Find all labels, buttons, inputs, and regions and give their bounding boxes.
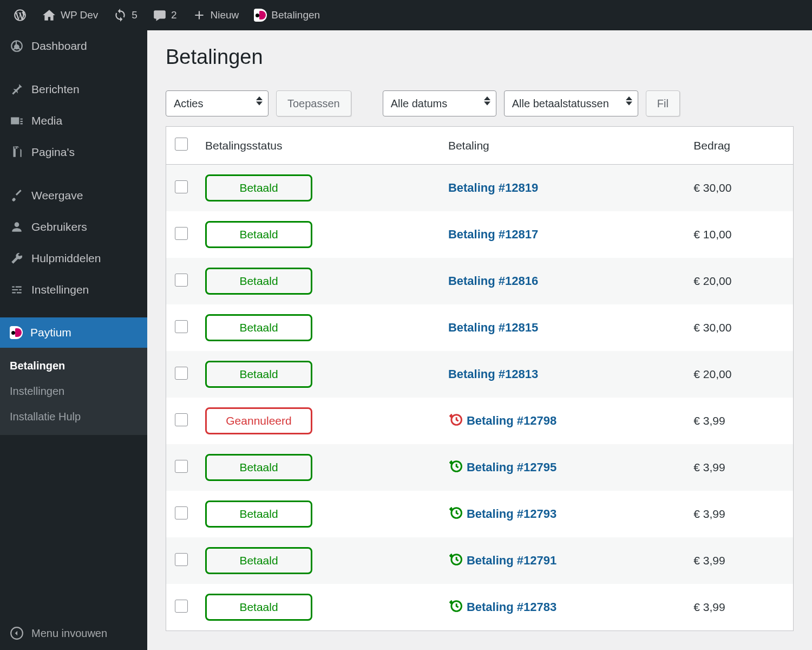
payments-bar-label: Betalingen: [271, 9, 320, 21]
admin-sidebar: Dashboard Berichten Media Pagina's Weerg…: [0, 30, 147, 650]
status-badge: Geannuleerd: [205, 407, 312, 434]
menu-media[interactable]: Media: [0, 105, 147, 136]
row-checkbox[interactable]: [175, 413, 188, 426]
amount-cell: € 10,00: [685, 211, 793, 258]
recurring-icon: [448, 599, 463, 616]
row-checkbox[interactable]: [175, 227, 188, 240]
submenu-setup[interactable]: Installatie Hulp: [0, 404, 147, 430]
amount-cell: € 30,00: [685, 304, 793, 351]
menu-users[interactable]: Gebruikers: [0, 211, 147, 243]
payment-link[interactable]: Betaling #12819: [448, 181, 538, 195]
table-row: BetaaldBetaling #12815€ 30,00: [166, 304, 794, 351]
col-status[interactable]: Betalingsstatus: [197, 127, 440, 165]
row-checkbox[interactable]: [175, 460, 188, 473]
pin-icon: [10, 82, 24, 96]
site-name: WP Dev: [61, 9, 98, 21]
menu-settings[interactable]: Instellingen: [0, 274, 147, 306]
status-badge: Betaald: [205, 547, 312, 574]
amount-cell: € 3,99: [685, 584, 793, 631]
payment-link[interactable]: Betaling #12817: [448, 227, 538, 242]
status-badge: Betaald: [205, 500, 312, 528]
submenu-payments[interactable]: Betalingen: [0, 353, 147, 379]
payment-link[interactable]: Betaling #12791: [467, 554, 556, 568]
site-home[interactable]: WP Dev: [35, 0, 106, 30]
comments[interactable]: 2: [145, 0, 185, 30]
comment-icon: [153, 8, 167, 22]
table-row: BetaaldBetaling #12819€ 30,00: [166, 165, 794, 212]
new-content[interactable]: Nieuw: [185, 0, 247, 30]
collapse-menu[interactable]: Menu invouwen: [0, 616, 147, 650]
row-checkbox[interactable]: [175, 180, 188, 193]
recurring-icon: [448, 505, 463, 523]
wp-logo[interactable]: [5, 0, 35, 30]
status-badge: Betaald: [205, 594, 312, 621]
ideal-icon: [10, 326, 23, 339]
table-row: BetaaldBetaling #12813€ 20,00: [166, 351, 794, 398]
payment-link[interactable]: Betaling #12813: [448, 367, 538, 381]
updates-count: 5: [132, 9, 137, 21]
new-label: Nieuw: [211, 9, 239, 21]
payment-link[interactable]: Betaling #12815: [448, 321, 538, 335]
table-row: BetaaldBetaling #12783€ 3,99: [166, 584, 794, 631]
status-badge: Betaald: [205, 361, 312, 388]
row-checkbox[interactable]: [175, 553, 188, 566]
recurring-icon: [448, 552, 463, 570]
row-checkbox[interactable]: [175, 600, 188, 613]
payments-table: Betalingsstatus Betaling Bedrag BetaaldB…: [166, 126, 794, 631]
apply-button[interactable]: Toepassen: [276, 90, 351, 116]
content-area: Betalingen Acties Toepassen Alle datums …: [147, 30, 812, 650]
comments-count: 2: [171, 9, 177, 21]
brush-icon: [10, 188, 24, 203]
collapse-icon: [10, 626, 24, 640]
payment-link[interactable]: Betaling #12793: [467, 507, 556, 521]
page-title: Betalingen: [166, 46, 794, 69]
amount-cell: € 20,00: [685, 351, 793, 398]
admin-bar: WP Dev 5 2 Nieuw Betalingen: [0, 0, 812, 30]
col-payment[interactable]: Betaling: [440, 127, 685, 165]
ideal-icon: [254, 9, 267, 22]
menu-tools[interactable]: Hulpmiddelen: [0, 243, 147, 274]
submenu-settings[interactable]: Instellingen: [0, 379, 147, 404]
refresh-icon: [113, 8, 127, 22]
table-row: BetaaldBetaling #12793€ 3,99: [166, 491, 794, 537]
col-amount[interactable]: Bedrag: [685, 127, 793, 165]
status-badge: Betaald: [205, 221, 312, 248]
menu-pages[interactable]: Pagina's: [0, 136, 147, 168]
payment-link[interactable]: Betaling #12816: [448, 274, 538, 288]
user-icon: [10, 220, 24, 234]
menu-paytium[interactable]: Paytium: [0, 317, 147, 348]
amount-cell: € 3,99: [685, 491, 793, 537]
payments-bar[interactable]: Betalingen: [246, 0, 328, 30]
select-all-checkbox[interactable]: [175, 138, 188, 151]
table-row: BetaaldBetaling #12795€ 3,99: [166, 444, 794, 491]
payment-link[interactable]: Betaling #12795: [467, 460, 556, 474]
table-row: BetaaldBetaling #12791€ 3,99: [166, 537, 794, 584]
date-filter-select[interactable]: Alle datums: [383, 90, 496, 116]
menu-dashboard[interactable]: Dashboard: [0, 30, 147, 62]
payment-link[interactable]: Betaling #12783: [467, 600, 556, 614]
payment-link[interactable]: Betaling #12798: [467, 414, 556, 428]
submenu-paytium: Betalingen Instellingen Installatie Hulp: [0, 348, 147, 435]
filter-button[interactable]: Fil: [646, 90, 680, 116]
row-checkbox[interactable]: [175, 506, 188, 519]
table-row: BetaaldBetaling #12817€ 10,00: [166, 211, 794, 258]
recurring-icon: [448, 459, 463, 477]
wordpress-icon: [13, 8, 27, 22]
table-row: BetaaldBetaling #12816€ 20,00: [166, 258, 794, 304]
status-badge: Betaald: [205, 454, 312, 481]
amount-cell: € 3,99: [685, 398, 793, 444]
status-filter-select[interactable]: Alle betaalstatussen: [504, 90, 638, 116]
menu-posts[interactable]: Berichten: [0, 74, 147, 105]
menu-appearance[interactable]: Weergave: [0, 180, 147, 211]
amount-cell: € 3,99: [685, 444, 793, 491]
row-checkbox[interactable]: [175, 367, 188, 380]
bulk-actions-select[interactable]: Acties: [166, 90, 269, 116]
row-checkbox[interactable]: [175, 274, 188, 287]
amount-cell: € 30,00: [685, 165, 793, 212]
row-checkbox[interactable]: [175, 320, 188, 333]
amount-cell: € 3,99: [685, 537, 793, 584]
updates[interactable]: 5: [106, 0, 145, 30]
wrench-icon: [10, 251, 24, 265]
filter-bar: Acties Toepassen Alle datums Alle betaal…: [166, 90, 794, 116]
sliders-icon: [10, 283, 24, 297]
